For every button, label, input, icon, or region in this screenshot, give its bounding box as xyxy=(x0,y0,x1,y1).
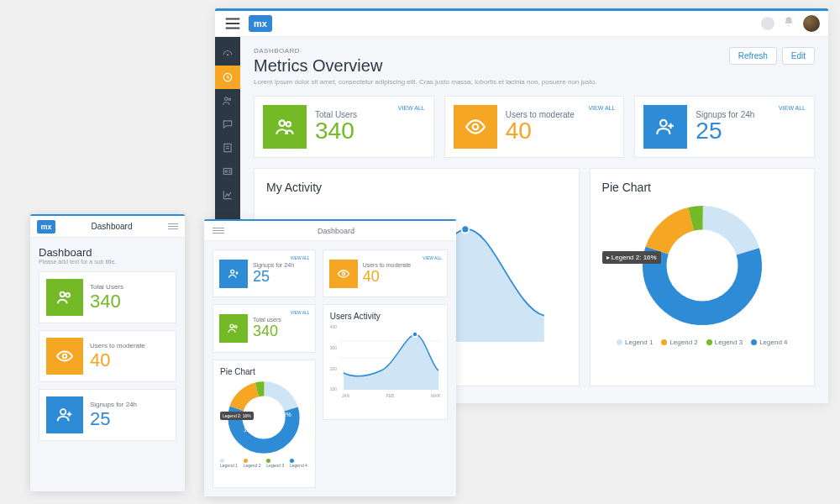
avatar[interactable] xyxy=(803,15,820,32)
brand-logo[interactable]: mx xyxy=(249,15,272,32)
slice-label: 16% xyxy=(621,282,638,291)
stat-value: 40 xyxy=(506,118,575,144)
svg-point-28 xyxy=(60,409,66,414)
stat-label: Signups for 24h xyxy=(90,401,137,408)
svg-point-17 xyxy=(342,272,344,275)
svg-point-27 xyxy=(63,354,67,359)
svg-point-9 xyxy=(472,124,478,130)
breadcrumb: DASHBOARD xyxy=(254,47,597,55)
user-add-icon xyxy=(643,105,687,149)
x-tick: FEB xyxy=(386,393,395,398)
pie-chart-panel: Pie Chart 60% 16% 4% ▸ xyxy=(590,168,815,386)
stat-label: Users to moderate xyxy=(363,262,412,268)
y-tick: 400 xyxy=(330,324,337,329)
panel-title: Users Activity xyxy=(330,312,440,321)
stat-card-signups[interactable]: Signups for 24h 25 VIEW ALL xyxy=(634,96,815,158)
view-all-link[interactable]: VIEW ALL xyxy=(423,255,442,260)
svg-point-19 xyxy=(234,326,237,328)
page-subtitle: Lorem ipsum dolor sit amet, consectetur … xyxy=(254,78,597,86)
stat-value: 340 xyxy=(253,323,281,340)
view-all-link[interactable]: VIEW ALL xyxy=(779,105,806,111)
stat-card-signups[interactable]: Signups for 24h25 xyxy=(39,389,176,441)
eye-icon xyxy=(46,338,83,375)
view-all-link[interactable]: VIEW ALL xyxy=(588,105,615,111)
hamburger-icon[interactable] xyxy=(223,14,242,33)
stat-value: 40 xyxy=(363,268,412,286)
sidebar-dashboard[interactable] xyxy=(215,42,240,66)
users-icon xyxy=(46,279,83,316)
sidebar-users[interactable] xyxy=(215,89,240,113)
stat-card-moderate[interactable]: Users to moderate 40 VIEW ALL xyxy=(444,96,625,158)
svg-point-0 xyxy=(227,55,228,55)
svg-point-3 xyxy=(228,98,230,100)
users-activity-chart: Users Activity 400 300 200 100 JAN FEB xyxy=(323,304,448,420)
view-all-link[interactable]: VIEW ALL xyxy=(291,310,310,315)
stat-label: Users to moderate xyxy=(90,342,145,349)
stat-card-total-users[interactable]: Total Users 340 VIEW ALL xyxy=(254,96,434,158)
users-icon xyxy=(263,105,307,149)
pie-chart-panel: Pie Chart 60% 15% Legend 2: 16% Legend 1… xyxy=(213,360,316,488)
users-icon xyxy=(219,314,248,343)
slice-label: 15% xyxy=(244,427,255,433)
slice-label: 60% xyxy=(280,412,291,417)
slice-label: 60% xyxy=(780,253,797,262)
svg-point-6 xyxy=(225,171,227,172)
page-title: Dashboard xyxy=(39,246,176,259)
view-all-link[interactable]: VIEW ALL xyxy=(398,105,425,111)
panel-title: Pie Chart xyxy=(220,367,308,376)
stat-value: 25 xyxy=(90,408,137,430)
svg-point-11 xyxy=(461,225,469,233)
page-title: Dashboard xyxy=(92,222,133,231)
panel-title: Pie Chart xyxy=(602,181,802,194)
help-icon[interactable] xyxy=(761,17,774,30)
stat-card-total-users[interactable]: Total users340 VIEW ALL xyxy=(213,304,316,352)
phone-topbar: mx Dashboard xyxy=(30,214,185,238)
eye-icon xyxy=(454,105,497,149)
bell-icon[interactable] xyxy=(783,16,795,31)
page-title: Dashboard xyxy=(318,227,354,235)
refresh-button[interactable]: Refresh xyxy=(729,47,777,65)
svg-point-26 xyxy=(66,293,70,297)
svg-point-20 xyxy=(412,332,417,337)
svg-point-7 xyxy=(280,120,286,126)
view-all-link[interactable]: VIEW ALL xyxy=(291,255,310,260)
tablet-view: Dashboard Signups for 24h25 VIEW ALL Use… xyxy=(204,219,456,496)
stat-value: 25 xyxy=(253,268,294,286)
legend: Legend 1 Legend 2 Legend 3 Legend 4 xyxy=(602,339,802,346)
user-add-icon xyxy=(219,260,248,288)
stat-card-signups[interactable]: Signups for 24h25 VIEW ALL xyxy=(213,249,316,297)
stat-value: 40 xyxy=(90,349,145,371)
sidebar-id[interactable] xyxy=(215,160,240,183)
stat-value: 340 xyxy=(315,118,357,144)
x-tick: MAR xyxy=(431,393,440,398)
stat-card-moderate[interactable]: Users to moderate40 xyxy=(39,330,176,382)
sidebar-clock[interactable] xyxy=(215,66,240,89)
svg-point-2 xyxy=(225,97,228,101)
page-title: Metrics Overview xyxy=(254,56,597,76)
eye-icon xyxy=(329,260,358,288)
stat-label: Total users xyxy=(253,317,281,323)
stat-label: Total Users xyxy=(90,283,123,291)
y-tick: 100 xyxy=(330,386,337,391)
svg-point-18 xyxy=(230,325,234,328)
edit-button[interactable]: Edit xyxy=(782,47,815,65)
sidebar-chat[interactable] xyxy=(215,113,240,136)
donut-chart xyxy=(639,202,765,328)
stat-value: 25 xyxy=(696,118,754,144)
svg-point-8 xyxy=(286,122,291,126)
svg-point-16 xyxy=(231,270,234,273)
legend: Legend 1 Legend 2 Legend 3 Legend 4 xyxy=(220,458,308,468)
hamburger-icon[interactable] xyxy=(168,223,178,229)
topbar: mx xyxy=(215,8,828,37)
sidebar-chart[interactable] xyxy=(215,183,240,207)
stat-card-moderate[interactable]: Users to moderate40 VIEW ALL xyxy=(323,249,448,297)
tablet-topbar: Dashboard xyxy=(204,219,456,241)
svg-point-10 xyxy=(660,120,667,127)
brand-logo[interactable]: mx xyxy=(37,220,55,234)
stat-card-total-users[interactable]: Total Users340 xyxy=(39,271,176,323)
hamburger-icon[interactable] xyxy=(213,228,224,234)
sidebar-note[interactable] xyxy=(215,136,240,160)
svg-point-25 xyxy=(60,292,66,297)
x-tick: JAN xyxy=(342,393,349,398)
panel-title: My Activity xyxy=(266,181,567,194)
